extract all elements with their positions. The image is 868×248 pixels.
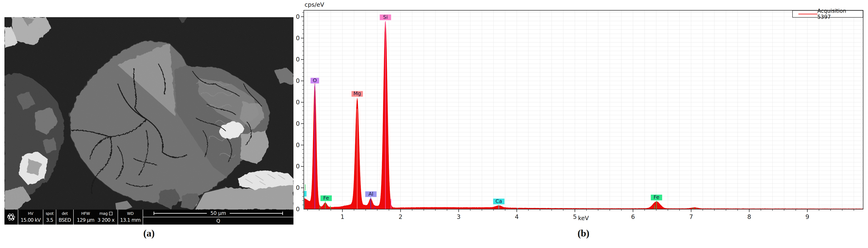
sem-right-section: 50 μm Q xyxy=(143,210,293,224)
caption-b: (b) xyxy=(304,227,863,239)
sem-meta-mag: mag 3 200 x xyxy=(97,210,115,224)
sem-image xyxy=(4,17,293,210)
scale-bar-label: 50 μm xyxy=(211,210,226,216)
element-label-fe: Fe xyxy=(651,194,662,200)
caption-a: (a) xyxy=(4,227,293,239)
sem-meta-hv-value: 15.00 kV xyxy=(21,218,41,222)
sem-meta-spot: spot 3.5 xyxy=(43,210,56,224)
sem-meta-hfw-header: HFW xyxy=(81,212,90,215)
y-tick-label: 10 xyxy=(296,184,300,191)
element-label-fe: Fe xyxy=(320,195,332,201)
x-tick-label: 3 xyxy=(457,213,461,220)
spectrum-series xyxy=(304,21,863,209)
x-tick-label: 6 xyxy=(631,213,635,220)
y-tick-label: 70 xyxy=(296,56,300,63)
element-label-mg: Mg xyxy=(351,91,363,97)
y-tick-label: 40 xyxy=(296,120,300,127)
sem-meta-hv-header: HV xyxy=(28,212,33,215)
sem-noise-overlay xyxy=(4,17,293,210)
x-tick-label: 4 xyxy=(515,213,519,220)
y-axis-title: cps/eV xyxy=(305,1,324,8)
legend-label: Acquisition 5397 xyxy=(817,8,861,20)
sem-info-bar: HV 15.00 kV spot 3.5 det BSED HFW 129 μm… xyxy=(4,210,293,224)
x-tick-label: 8 xyxy=(747,213,751,220)
x-tick-label: 2 xyxy=(399,213,403,220)
sem-image-artwork xyxy=(4,17,293,210)
y-tick-label: 90 xyxy=(296,13,300,20)
element-label-ca: Ca xyxy=(493,198,504,204)
x-axis-title: keV xyxy=(563,215,604,221)
sem-meta-wd: WD 13.1 mm xyxy=(118,210,143,224)
figure: HV 15.00 kV spot 3.5 det BSED HFW 129 μm… xyxy=(0,0,868,248)
element-label-si: Si xyxy=(380,14,391,20)
sem-meta-hv: HV 15.00 kV xyxy=(18,210,43,224)
sem-meta-hfw-value: 129 μm xyxy=(77,218,94,222)
eds-spectrum-chart: CaOFeMgAlSiCaFe1234567890102030405060708… xyxy=(296,0,868,248)
y-tick-label: 20 xyxy=(296,163,300,170)
legend-series-line xyxy=(798,14,817,14)
element-label-al: Al xyxy=(365,191,377,197)
sem-meta-det: det BSED xyxy=(56,210,74,224)
sem-meta-det-header: det xyxy=(62,212,68,215)
x-tick-label: 9 xyxy=(805,213,809,220)
y-tick-label: 80 xyxy=(296,35,300,42)
sem-meta-spot-header: spot xyxy=(45,212,54,215)
sem-meta-hfw: HFW 129 μm xyxy=(77,210,94,224)
sem-meta-wd-value: 13.1 mm xyxy=(120,218,141,222)
svg-text:Fe: Fe xyxy=(323,195,329,201)
legend: Acquisition 5397 xyxy=(792,10,863,17)
y-tick-label: 50 xyxy=(296,99,300,106)
scale-bar: 50 μm xyxy=(143,210,293,217)
sem-vendor-cell xyxy=(4,210,18,224)
svg-text:Al: Al xyxy=(369,191,373,197)
sem-meta-det-value: BSED xyxy=(59,218,71,222)
sem-meta-mag-value: 3 200 x xyxy=(97,218,115,222)
eds-spectrum-panel: CaOFeMgAlSiCaFe1234567890102030405060708… xyxy=(296,0,868,248)
svg-text:Si: Si xyxy=(383,14,388,20)
sem-meta-hfw-mag: HFW 129 μm mag 3 200 x xyxy=(74,210,118,224)
mag-frame-icon xyxy=(109,212,113,215)
y-tick-label: 0 xyxy=(296,206,300,213)
y-tick-label: 60 xyxy=(296,77,300,84)
sem-meta-mag-header: mag xyxy=(99,212,113,215)
svg-text:Ca: Ca xyxy=(298,190,304,197)
scale-bar-line-right xyxy=(230,213,283,214)
svg-text:Fe: Fe xyxy=(654,194,659,200)
svg-text:Ca: Ca xyxy=(495,198,502,204)
svg-text:O: O xyxy=(313,77,317,83)
scale-bar-line-left xyxy=(154,213,207,214)
sem-meta-spot-value: 3.5 xyxy=(46,218,53,222)
x-tick-label: 7 xyxy=(689,213,693,220)
svg-text:Mg: Mg xyxy=(353,91,361,97)
x-tick-label: 1 xyxy=(340,213,344,220)
element-label-ca: Ca xyxy=(296,190,307,197)
y-tick-label: 30 xyxy=(296,141,300,148)
sem-meta-wd-header: WD xyxy=(127,212,133,215)
sample-label: Q xyxy=(143,217,293,224)
element-label-o: O xyxy=(311,77,319,83)
atom-icon xyxy=(6,212,16,222)
